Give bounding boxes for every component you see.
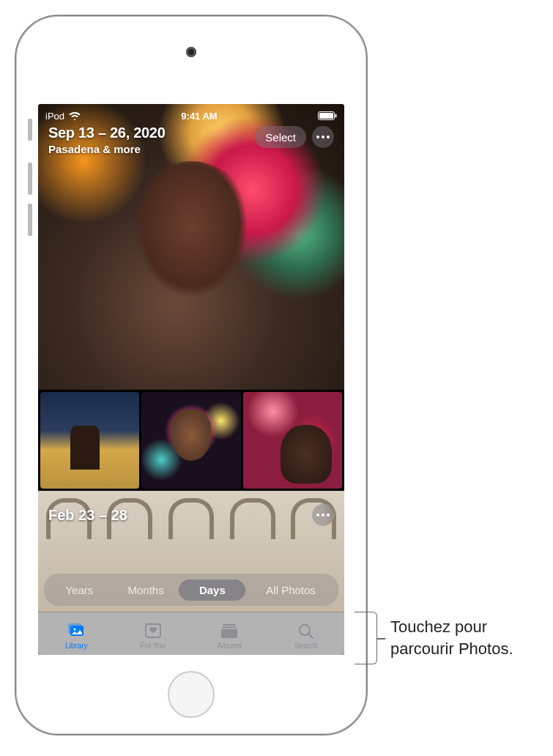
more-button[interactable] [312,504,334,526]
tab-label: Search [294,642,318,650]
tab-label: Library [65,642,88,650]
battery-icon [318,111,337,120]
status-bar: iPod 9:41 AM [38,104,344,125]
volume-down-button [28,204,32,236]
tab-label: Albums [218,642,242,650]
segment-years[interactable]: Years [46,579,113,601]
albums-icon [219,620,240,641]
svg-line-11 [308,634,313,639]
tab-library[interactable]: Library [38,612,115,655]
for-you-icon [143,620,163,641]
svg-rect-9 [221,629,237,638]
status-carrier: iPod [45,111,64,122]
thumbnail-photo[interactable] [141,392,240,489]
callout-text: Touchez pour parcourir Photos. [390,616,513,659]
screen: iPod 9:41 AM Sep 13 – 26, 2020 Pasad [38,104,344,655]
svg-rect-8 [222,627,237,629]
tab-bar: Library For You Albums Search [38,612,344,655]
svg-rect-7 [223,624,236,626]
home-button[interactable] [168,671,215,718]
svg-rect-1 [319,113,333,119]
content-area[interactable]: Sep 13 – 26, 2020 Pasadena & more Select [38,104,344,612]
tab-albums[interactable]: Albums [191,612,268,655]
segment-all-photos[interactable]: All Photos [245,579,336,601]
featured-photo [118,161,264,344]
section-date-title: Feb 23 – 28 [48,507,127,524]
more-icon [316,136,330,138]
svg-rect-2 [335,114,337,118]
tab-search[interactable]: Search [268,612,345,655]
status-time: 9:41 AM [181,111,217,122]
device-frame: iPod 9:41 AM Sep 13 – 26, 2020 Pasad [15,15,368,735]
volume-up-button [28,163,32,195]
select-button[interactable]: Select [255,126,306,148]
featured-photo-section[interactable]: Sep 13 – 26, 2020 Pasadena & more Select [38,104,344,390]
callout-bracket-icon [355,612,377,664]
hero-titles: Sep 13 – 26, 2020 Pasadena & more [48,125,165,155]
wifi-icon [69,111,81,120]
callout-line1: Touchez pour [390,618,487,636]
date-range-title: Sep 13 – 26, 2020 [48,125,165,141]
location-subtitle: Pasadena & more [48,143,165,155]
tab-for-you[interactable]: For You [115,612,192,655]
svg-point-5 [74,629,76,631]
power-button [28,119,32,141]
more-button[interactable] [312,126,334,148]
thumbnail-row [38,390,344,491]
thumbnail-photo[interactable] [243,392,342,489]
segment-months[interactable]: Months [113,579,179,601]
callout-line2: parcourir Photos. [390,640,513,658]
callout-annotation: Touchez pour parcourir Photos. [355,612,513,664]
segment-days[interactable]: Days [179,579,245,601]
view-segmented-control: Years Months Days All Photos [44,574,338,606]
second-date-section[interactable]: Feb 23 – 28 Years Months Days All Photos [38,491,344,612]
more-icon [316,514,330,516]
front-camera [186,47,196,57]
library-icon [66,620,86,641]
tab-label: For You [141,642,166,650]
search-icon [296,620,316,641]
thumbnail-photo[interactable] [40,392,139,489]
